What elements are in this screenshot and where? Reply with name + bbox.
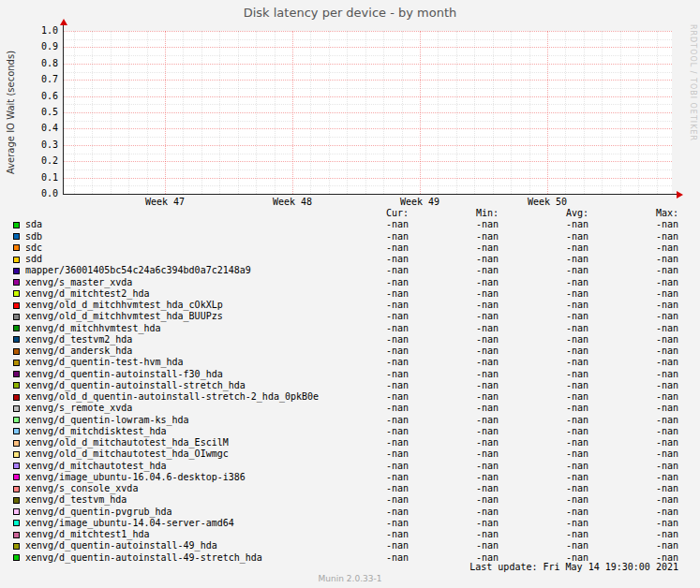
legend-label: sdb — [25, 231, 319, 243]
legend-value: -nan — [499, 334, 588, 345]
legend-row: xenvg/d_testvm_hda-nan-nan-nan-nan — [13, 494, 678, 506]
legend-value: -nan — [319, 323, 409, 334]
gridline — [183, 31, 184, 194]
legend-row: xenvg/s_remote_xvda-nan-nan-nan-nan — [13, 403, 678, 414]
x-axis-line — [63, 194, 678, 195]
legend-value: -nan — [409, 265, 499, 276]
legend-row: sdd-nan-nan-nan-nan — [13, 254, 678, 265]
legend-column-header: Cur: — [319, 208, 409, 219]
legend-value: -nan — [588, 437, 678, 448]
legend-swatch-icon — [13, 463, 20, 469]
legend-label: xenvg/d_quentin-pvgrub_hda — [25, 507, 319, 518]
legend-value: -nan — [409, 448, 499, 460]
legend-label: sdc — [25, 243, 319, 254]
legend-value: -nan — [319, 277, 409, 288]
gridline — [657, 31, 658, 194]
legend-row: xenvg/d_mitchhvmtest_hda-nan-nan-nan-nan — [13, 323, 678, 334]
legend-value: -nan — [588, 426, 678, 437]
legend-row: xenvg/old_d_quentin-autoinstall-stretch-… — [13, 391, 678, 403]
legend-value: -nan — [409, 472, 499, 483]
legend-value: -nan — [409, 369, 499, 380]
legend-value: -nan — [319, 529, 409, 540]
y-axis-arrow-icon — [60, 19, 67, 25]
legend-value: -nan — [499, 529, 588, 540]
legend-value: -nan — [588, 345, 678, 357]
legend: Cur:Min:Avg:Max:sda-nan-nan-nan-nansdb-n… — [13, 208, 678, 564]
legend-swatch-icon — [13, 233, 20, 240]
legend-swatch-icon — [13, 371, 20, 377]
gridline — [74, 31, 75, 194]
legend-column-header: Avg: — [499, 208, 588, 219]
legend-value: -nan — [409, 243, 499, 254]
legend-label: mapper/36001405bc54c24a6c394bd0a7c2148a9 — [25, 265, 319, 276]
gridline — [438, 31, 439, 194]
legend-row: xenvg/d_mitchtest1_hda-nan-nan-nan-nan — [13, 529, 678, 540]
legend-value: -nan — [319, 300, 409, 311]
legend-label: sda — [25, 219, 319, 230]
legend-row: sdb-nan-nan-nan-nan — [13, 231, 678, 243]
gridline — [128, 31, 129, 194]
legend-value: -nan — [588, 323, 678, 334]
legend-label: xenvg/d_mitchdisktest_hda — [25, 426, 319, 437]
legend-value: -nan — [499, 369, 588, 380]
legend-value: -nan — [319, 472, 409, 483]
legend-label: xenvg/image_ubuntu-14.04-server-amd64 — [25, 518, 319, 529]
gridline — [602, 31, 603, 194]
legend-swatch-icon — [13, 244, 20, 251]
legend-swatch-icon — [13, 257, 20, 263]
legend-value: -nan — [409, 529, 499, 540]
last-update: Last update: Fri May 14 19:30:00 2021 — [469, 562, 678, 572]
legend-value: -nan — [499, 323, 588, 334]
legend-value: -nan — [319, 334, 409, 345]
legend-value: -nan — [319, 231, 409, 243]
gridline — [420, 31, 421, 194]
y-tick-label: 0.0 — [0, 189, 58, 198]
legend-swatch-icon — [13, 474, 20, 480]
gridline — [584, 31, 585, 194]
legend-value: -nan — [409, 415, 499, 426]
legend-value: -nan — [588, 265, 678, 276]
legend-row: mapper/36001405bc54c24a6c394bd0a7c2148a9… — [13, 265, 678, 276]
gridline — [63, 47, 672, 48]
legend-value: -nan — [499, 437, 588, 448]
legend-value: -nan — [588, 277, 678, 288]
legend-value: -nan — [409, 345, 499, 357]
legend-label: sdd — [25, 254, 319, 265]
legend-value: -nan — [319, 448, 409, 460]
legend-label: xenvg/old_d_mitchautotest_hda_EscilM — [25, 437, 319, 448]
y-tick-label: 1.0 — [0, 26, 58, 36]
legend-label: xenvg/d_mitchtest1_hda — [25, 529, 319, 540]
gridline — [547, 31, 548, 194]
legend-value: -nan — [588, 483, 678, 494]
legend-value: -nan — [409, 391, 499, 403]
legend-row: xenvg/d_quentin-autoinstall-f30_hda-nan-… — [13, 369, 678, 380]
legend-label: xenvg/s_remote_xvda — [25, 403, 319, 414]
legend-value: -nan — [588, 369, 678, 380]
legend-row: xenvg/d_andersk_hda-nan-nan-nan-nan — [13, 345, 678, 357]
legend-value: -nan — [499, 483, 588, 494]
legend-label: xenvg/old_d_mitchhvmtest_hda_cOkXLp — [25, 300, 319, 311]
legend-value: -nan — [319, 391, 409, 403]
gridline — [275, 31, 276, 194]
legend-value: -nan — [409, 461, 499, 472]
legend-value: -nan — [499, 391, 588, 403]
gridline — [347, 31, 348, 194]
legend-label: xenvg/image_ubuntu-16.04.6-desktop-i386 — [25, 472, 319, 483]
legend-swatch-icon — [13, 405, 20, 412]
legend-label: xenvg/d_quentin-autoinstall-49-stretch_h… — [25, 552, 319, 564]
legend-label: xenvg/d_quentin-lowram-ks_hda — [25, 415, 319, 426]
legend-label: xenvg/d_testvm2_hda — [25, 334, 319, 345]
plot-area — [63, 31, 672, 194]
legend-swatch-icon — [13, 268, 20, 274]
legend-value: -nan — [319, 494, 409, 506]
gridline — [111, 31, 112, 194]
gridline — [365, 31, 366, 194]
legend-value: -nan — [319, 265, 409, 276]
legend-value: -nan — [588, 415, 678, 426]
munin-disk-latency-graph: Disk latency per device - by month Avera… — [0, 0, 700, 588]
legend-value: -nan — [588, 243, 678, 254]
legend-swatch-icon — [13, 428, 20, 434]
legend-value: -nan — [319, 518, 409, 529]
legend-value: -nan — [499, 254, 588, 265]
gridline — [63, 145, 672, 146]
